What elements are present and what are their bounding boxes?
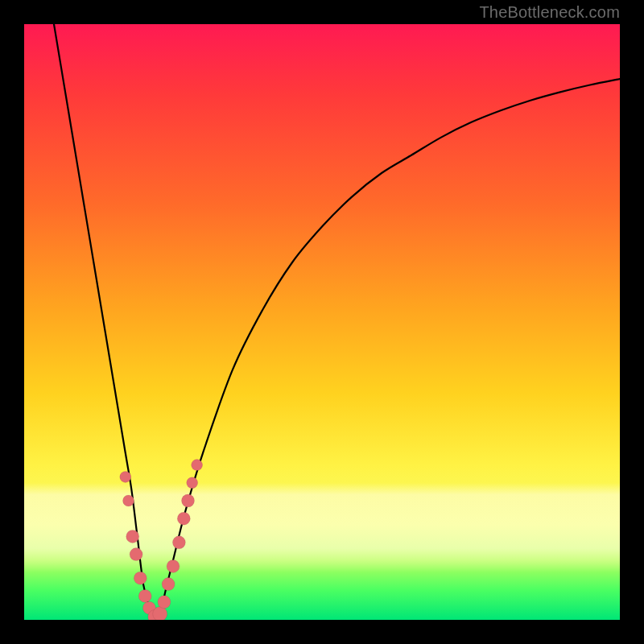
bottleneck-curve [54,24,620,620]
highlight-dot [120,471,131,482]
highlight-dot [177,512,190,525]
highlight-dot [187,477,198,489]
highlight-dot [162,578,175,591]
chart-frame: TheBottleneck.com [0,0,644,644]
highlight-dot [123,495,134,506]
highlight-dot [182,494,195,507]
highlight-dot [153,607,167,620]
watermark-text: TheBottleneck.com [479,3,620,22]
highlight-dot [130,548,142,561]
highlight-dot [158,596,171,609]
highlight-dot [167,559,180,572]
chart-svg [24,24,620,620]
highlight-dot [192,460,203,471]
highlight-dot [126,530,139,543]
highlight-dot [138,589,151,602]
highlight-dot [134,572,147,584]
plot-area [24,24,620,620]
highlight-dot [172,536,185,549]
highlight-dots-group [120,460,203,620]
